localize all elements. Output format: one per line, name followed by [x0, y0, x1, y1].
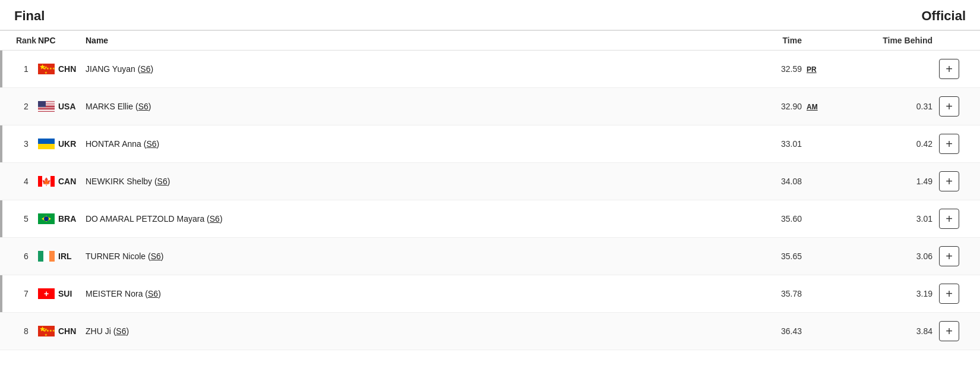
npc-code: IRL — [58, 251, 72, 261]
time-cell: 36.43 — [731, 326, 802, 336]
name-cell: TURNER Nicole (S6) — [86, 251, 731, 261]
npc-code: CAN — [58, 177, 76, 186]
name-cell: NEWKIRK Shelby (S6) — [86, 177, 731, 186]
action-cell[interactable]: + — [932, 96, 966, 117]
name-cell: MARKS Ellie (S6) — [86, 102, 731, 111]
page-container: Final Official Rank NPC Name Time Time B… — [0, 0, 980, 368]
table-row: 5 BRA DO AMARAL PETZOLD Mayara (S6) 35.6… — [0, 200, 980, 238]
page-title: Final — [14, 8, 45, 24]
classification-label: S6 — [151, 251, 161, 261]
timebehind-cell: 1.49 — [837, 177, 932, 186]
rank-cell: 7 — [14, 289, 38, 298]
rank-cell: 2 — [14, 102, 38, 111]
classification-label: S6 — [157, 177, 167, 186]
npc-cell: 🍁 CAN — [38, 176, 86, 187]
classification-label: S6 — [140, 64, 150, 74]
name-cell: HONTAR Anna (S6) — [86, 139, 731, 149]
col-header-timebehind: Time Behind — [837, 36, 932, 45]
expand-button[interactable]: + — [939, 246, 959, 266]
col-header-time: Time — [731, 36, 802, 45]
npc-code: CHN — [58, 64, 76, 74]
classification-label: S6 — [148, 289, 158, 298]
rank-cell: 8 — [14, 326, 38, 336]
timebehind-cell: 3.19 — [837, 289, 932, 298]
classification-label: S6 — [210, 214, 220, 224]
table-row: 4 🍁 CAN NEWKIRK Shelby (S6) 34.08 1.49 + — [0, 163, 980, 200]
npc-cell: IRL — [38, 251, 86, 262]
col-header-npc: NPC — [38, 36, 86, 45]
npc-code: UKR — [58, 139, 76, 149]
rank-cell: 5 — [14, 214, 38, 224]
page-official: Official — [921, 8, 966, 24]
time-cell: 32.59 — [731, 64, 802, 74]
name-cell: MEISTER Nora (S6) — [86, 289, 731, 298]
time-cell: 32.90 — [731, 102, 802, 111]
timebehind-cell: 0.42 — [837, 139, 932, 149]
action-cell[interactable]: + — [932, 59, 966, 79]
action-cell[interactable]: + — [932, 284, 966, 304]
expand-button[interactable]: + — [939, 171, 959, 191]
table-row: 3 UKR HONTAR Anna (S6) 33.01 0.42 + — [0, 125, 980, 163]
expand-button[interactable]: + — [939, 134, 959, 154]
npc-cell: UKR — [38, 139, 86, 149]
table-row: 6 IRL TURNER Nicole (S6) 35.65 3.06 + — [0, 238, 980, 275]
rank-cell: 4 — [14, 177, 38, 186]
npc-code: BRA — [58, 214, 76, 224]
time-cell: 33.01 — [731, 139, 802, 149]
rank-cell: 3 — [14, 139, 38, 149]
col-header-rank: Rank — [14, 36, 38, 45]
rank-cell: 1 — [14, 64, 38, 74]
expand-button[interactable]: + — [939, 59, 959, 79]
table-row: 7 + SUI MEISTER Nora (S6) 35.78 3.19 + — [0, 275, 980, 313]
time-cell: 34.08 — [731, 177, 802, 186]
badge-cell: PR — [802, 64, 837, 74]
table-header: Rank NPC Name Time Time Behind — [0, 31, 980, 51]
classification-label: S6 — [116, 326, 126, 336]
timebehind-cell: 3.84 — [837, 326, 932, 336]
name-cell: DO AMARAL PETZOLD Mayara (S6) — [86, 214, 731, 224]
npc-code: SUI — [58, 289, 72, 298]
action-cell[interactable]: + — [932, 321, 966, 341]
action-cell[interactable]: + — [932, 209, 966, 229]
time-cell: 35.60 — [731, 214, 802, 224]
action-cell[interactable]: + — [932, 171, 966, 191]
rank-cell: 6 — [14, 251, 38, 261]
performance-badge: AM — [807, 103, 818, 111]
npc-cell: BRA — [38, 213, 86, 224]
name-cell: ZHU Ji (S6) — [86, 326, 731, 336]
timebehind-cell: 0.31 — [837, 102, 932, 111]
expand-button[interactable]: + — [939, 96, 959, 117]
action-cell[interactable]: + — [932, 134, 966, 154]
time-cell: 35.65 — [731, 251, 802, 261]
classification-label: S6 — [146, 139, 156, 149]
page-header: Final Official — [0, 0, 980, 31]
timebehind-cell: 3.01 — [837, 214, 932, 224]
badge-cell: AM — [802, 102, 837, 111]
timebehind-cell: 3.06 — [837, 251, 932, 261]
table-body: 1 ★ ★★★★ CHN JIANG Yuyan (S6) 32.59 PR +… — [0, 51, 980, 350]
table-row: 1 ★ ★★★★ CHN JIANG Yuyan (S6) 32.59 PR + — [0, 51, 980, 88]
time-cell: 35.78 — [731, 289, 802, 298]
npc-cell: ★ ★★★★ CHN — [38, 64, 86, 74]
expand-button[interactable]: + — [939, 284, 959, 304]
performance-badge: PR — [807, 65, 817, 74]
npc-code: USA — [58, 102, 76, 111]
expand-button[interactable]: + — [939, 321, 959, 341]
table-row: 2 USA MARKS Ellie (S6) 32.90 AM 0.31 + — [0, 88, 980, 125]
col-header-name: Name — [86, 36, 731, 45]
npc-code: CHN — [58, 326, 76, 336]
table-row: 8 ★ ★★★★ CHN ZHU Ji (S6) 36.43 3.84 + — [0, 313, 980, 350]
npc-cell: + SUI — [38, 288, 86, 299]
expand-button[interactable]: + — [939, 209, 959, 229]
name-cell: JIANG Yuyan (S6) — [86, 64, 731, 74]
classification-label: S6 — [138, 102, 148, 111]
npc-cell: ★ ★★★★ CHN — [38, 326, 86, 336]
action-cell[interactable]: + — [932, 246, 966, 266]
npc-cell: USA — [38, 101, 86, 112]
